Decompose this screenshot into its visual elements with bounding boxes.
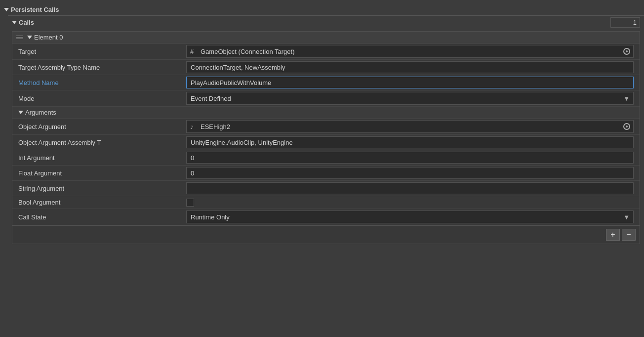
circle-dot-icon [623, 48, 630, 55]
persistent-calls-label: Persistent Calls [11, 6, 59, 13]
object-argument-assembly-row: Object Argument Assembly T [12, 135, 640, 150]
drag-line-1 [16, 36, 23, 36]
bool-argument-value [186, 199, 634, 207]
mode-label: Mode [18, 95, 186, 102]
drag-handle [16, 36, 23, 39]
call-state-select-wrapper: OffEditor And RuntimeRuntime OnlyEditor … [186, 211, 634, 223]
drag-line-3 [16, 39, 23, 39]
object-argument-row: Object Argument ♪ [12, 119, 640, 135]
mode-row: Mode Event DefinedVoidObjectIntFloatStri… [12, 90, 640, 107]
panel: Persistent Calls Calls Element 0 [0, 0, 644, 250]
calls-header: Calls [8, 15, 644, 29]
arguments-label: Arguments [25, 109, 56, 116]
target-label: Target [18, 48, 186, 55]
calls-count-input[interactable] [610, 17, 640, 28]
target-row: Target # [12, 43, 640, 60]
call-state-value: OffEditor And RuntimeRuntime OnlyEditor … [186, 211, 634, 223]
drag-line-2 [16, 37, 23, 38]
bool-argument-row: Bool Argument [12, 196, 640, 209]
target-input[interactable] [186, 45, 634, 58]
circle-dot-icon-2 [623, 123, 630, 130]
int-argument-label: Int Argument [18, 154, 186, 162]
remove-button[interactable]: − [622, 229, 636, 241]
method-name-input[interactable] [186, 77, 634, 88]
arguments-header: Arguments [12, 107, 640, 119]
mode-value: Event DefinedVoidObjectIntFloatStringBoo… [186, 92, 634, 105]
bottom-buttons: + − [12, 225, 640, 244]
music-icon: ♪ [190, 123, 194, 130]
element-container: Element 0 Target # Target Assembly [12, 31, 640, 244]
target-assembly-label: Target Assembly Type Name [18, 64, 186, 71]
int-argument-input[interactable] [186, 152, 634, 164]
mode-select-wrapper: Event DefinedVoidObjectIntFloatStringBoo… [186, 92, 634, 105]
call-state-label: Call State [18, 213, 186, 221]
int-argument-row: Int Argument [12, 150, 640, 166]
arguments-triangle [18, 111, 23, 114]
calls-section: Calls Element 0 Target # [8, 15, 644, 244]
element-header-label: Element 0 [34, 34, 63, 41]
persistent-calls-header: Persistent Calls [0, 4, 644, 15]
add-button[interactable]: + [606, 229, 620, 241]
target-assembly-row: Target Assembly Type Name [12, 60, 640, 75]
object-argument-assembly-label: Object Argument Assembly T [18, 139, 186, 146]
target-assembly-input[interactable] [186, 61, 634, 73]
object-argument-assembly-value [186, 136, 634, 148]
target-input-wrapper: # [186, 45, 634, 58]
bool-argument-label: Bool Argument [18, 199, 186, 206]
float-argument-input[interactable] [186, 167, 634, 179]
float-argument-label: Float Argument [18, 169, 186, 177]
calls-label: Calls [19, 19, 34, 26]
target-pick-button[interactable] [622, 46, 632, 56]
string-argument-label: String Argument [18, 185, 186, 192]
object-argument-label: Object Argument [18, 123, 186, 130]
persistent-calls-triangle [4, 8, 9, 11]
bool-argument-checkbox[interactable] [186, 199, 194, 207]
method-name-value [186, 77, 634, 88]
method-name-row: Method Name [12, 75, 640, 90]
int-argument-value [186, 152, 634, 164]
object-argument-value: ♪ [186, 120, 634, 133]
float-argument-value [186, 167, 634, 179]
calls-header-left: Calls [12, 19, 34, 26]
method-name-label: Method Name [18, 79, 186, 86]
target-value: # [186, 45, 634, 58]
element-triangle [27, 36, 32, 39]
object-argument-pick-button[interactable] [622, 122, 632, 131]
float-argument-row: Float Argument [12, 166, 640, 181]
element-header: Element 0 [12, 32, 640, 43]
object-argument-assembly-input[interactable] [186, 136, 634, 148]
string-argument-input[interactable] [186, 182, 634, 194]
string-argument-value [186, 182, 634, 194]
target-assembly-value [186, 61, 634, 73]
call-state-select[interactable]: OffEditor And RuntimeRuntime OnlyEditor … [186, 211, 634, 223]
object-argument-input[interactable] [186, 120, 634, 133]
object-argument-wrapper: ♪ [186, 120, 634, 133]
hash-icon: # [190, 48, 194, 55]
call-state-row: Call State OffEditor And RuntimeRuntime … [12, 209, 640, 225]
string-argument-row: String Argument [12, 181, 640, 196]
calls-triangle [12, 21, 17, 24]
mode-select[interactable]: Event DefinedVoidObjectIntFloatStringBoo… [186, 92, 634, 105]
